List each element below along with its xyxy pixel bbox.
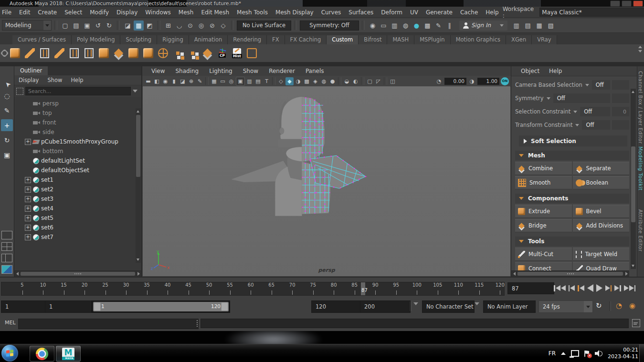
measure-tool-icon[interactable]: ✎ — [196, 77, 204, 85]
menu-item[interactable]: Mesh Tools — [233, 8, 272, 17]
range-end-handle[interactable] — [221, 302, 228, 311]
gate-mask-icon[interactable]: ▣ — [236, 77, 245, 86]
outliner-item[interactable]: + set2 — [14, 185, 141, 194]
menu-set-selector[interactable]: Modeling — [2, 20, 52, 31]
constraint-row[interactable]: Camera Based Selection Off — [515, 79, 629, 91]
shelf-scroll-arrows[interactable] — [638, 46, 642, 52]
textured-mode-icon[interactable]: ◑ — [294, 77, 302, 85]
constraint-row[interactable]: Symmetry Off — [515, 93, 629, 104]
symmetry-field[interactable]: Symmetry: Off — [300, 21, 359, 31]
extrude-button[interactable]: Extrude — [515, 205, 572, 218]
constraint-extra-field[interactable]: 0 — [612, 107, 629, 116]
expand-icon[interactable]: + — [25, 196, 31, 202]
camera-icon[interactable]: ▬ — [144, 77, 152, 85]
field-chart-icon[interactable]: ▥ — [245, 77, 253, 85]
channel-box-tab[interactable]: Channel Box / Layer Editor — [638, 71, 644, 144]
shelf-tab[interactable]: Poly Modeling — [72, 35, 121, 44]
wireframe-mode-icon[interactable]: ◇ — [277, 77, 285, 85]
layout-four-pane-icon[interactable] — [1, 242, 12, 251]
command-result-field[interactable] — [201, 319, 629, 328]
selection-highlight-icon[interactable]: ◸ — [374, 77, 382, 85]
chevron-down-icon[interactable] — [585, 84, 589, 86]
poly-cube-icon[interactable] — [8, 45, 22, 62]
section-header[interactable]: Tools — [515, 237, 629, 246]
poly-bevel-icon[interactable] — [126, 45, 141, 62]
viewport-icon[interactable] — [384, 77, 387, 85]
volume-icon[interactable] — [595, 350, 602, 357]
toggle-tool-settings-icon[interactable]: ▦ — [534, 21, 544, 31]
bridge-button[interactable]: Bridge — [515, 219, 572, 232]
viewport-icon[interactable] — [272, 77, 275, 85]
shelf-tab[interactable]: MSPlugin — [414, 35, 450, 44]
layout-hypershade-icon[interactable] — [1, 265, 12, 274]
xray-icon[interactable]: ◫ — [389, 77, 397, 85]
render-settings-icon[interactable]: ◍ — [401, 21, 411, 31]
attribute-editor-tab[interactable]: Attribute Editor — [638, 209, 644, 252]
outliner-item[interactable]: side — [14, 127, 141, 137]
layout-single-icon[interactable] — [1, 231, 12, 239]
pan-zoom-icon[interactable]: ⊕ — [187, 77, 195, 85]
scroll-down-icon[interactable] — [638, 50, 642, 52]
viewport-icon[interactable] — [205, 77, 209, 85]
toolkit-vertical-scrollbar[interactable] — [631, 89, 636, 269]
motion-blur-icon[interactable]: ◐ — [351, 77, 359, 85]
scroll-up-icon[interactable] — [137, 110, 139, 113]
outliner-item[interactable]: + set5 — [14, 213, 141, 223]
snap-point-icon[interactable]: ⊙ — [185, 21, 195, 31]
center-pivot-icon[interactable]: CP — [215, 45, 230, 62]
exposure-field[interactable]: 0.00 — [444, 78, 466, 85]
paint-effects-icon[interactable]: ✎ — [433, 21, 443, 31]
quad-layers-icon[interactable] — [111, 45, 126, 62]
cube-outline-icon[interactable] — [244, 45, 259, 62]
animation-end-field[interactable]: 200 — [360, 300, 411, 313]
exposure-icon[interactable]: ◔ — [435, 77, 443, 85]
gamma-icon[interactable]: ◑ — [468, 77, 476, 85]
toolkit-menu-item[interactable]: Object — [516, 68, 544, 74]
range-start-handle[interactable] — [94, 302, 101, 311]
safe-title-icon[interactable]: T — [263, 77, 271, 85]
menu-item[interactable]: Mesh — [175, 8, 198, 17]
expand-icon[interactable]: + — [25, 234, 31, 240]
smart-duplicate-alt-icon[interactable] — [185, 45, 200, 62]
viewport-menu-item[interactable]: Panels — [300, 68, 329, 74]
select-hierarchy-icon[interactable]: ◪ — [123, 21, 133, 31]
menu-item[interactable]: Modify — [86, 8, 113, 17]
multi-cut-button[interactable]: Multi-Cut — [515, 248, 572, 261]
undo-icon[interactable]: ↺ — [93, 21, 103, 31]
scroll-up-icon[interactable] — [638, 46, 642, 48]
shelf-tab[interactable]: VRay — [532, 35, 557, 44]
shelf-tab[interactable]: Animation — [189, 35, 228, 44]
soft-selection-header[interactable]: Soft Selection — [519, 135, 627, 146]
hidden-icons-chevron[interactable] — [561, 352, 566, 355]
expand-icon[interactable]: + — [25, 215, 31, 221]
taskbar-clock[interactable]: 00:21 2023-04-11 — [608, 347, 638, 361]
hypershade-icon[interactable]: ● — [412, 21, 422, 31]
grid-fill-icon[interactable] — [82, 45, 96, 62]
make-live-icon[interactable]: ⊘ — [207, 21, 217, 31]
outliner-menu-item[interactable]: Show — [43, 77, 66, 83]
camera-settings-icon[interactable]: ◉ — [161, 77, 169, 85]
section-header[interactable]: Components — [515, 194, 629, 203]
scroll-down-icon[interactable] — [632, 265, 634, 267]
multi-cut-icon[interactable] — [52, 45, 67, 62]
shadows-icon[interactable]: ● — [328, 77, 337, 85]
viewport-menu-item[interactable]: Shading — [170, 68, 204, 74]
menu-item[interactable]: UV — [406, 8, 422, 17]
live-surface-field[interactable]: No Live Surface — [237, 21, 291, 31]
menu-item[interactable]: Edit — [15, 8, 34, 17]
outliner-item[interactable]: persp — [14, 99, 141, 108]
chrome-taskbar-button[interactable] — [30, 346, 54, 362]
scrollbar-thumb[interactable] — [517, 272, 623, 276]
menu-item[interactable]: Windows — [141, 8, 175, 17]
ipr-render-icon[interactable]: ▥ — [390, 21, 400, 31]
snap-curve-icon[interactable]: ◡ — [174, 21, 184, 31]
new-scene-icon[interactable]: ▢ — [60, 21, 70, 31]
expand-icon[interactable]: + — [25, 139, 31, 145]
outliner-horizontal-scrollbar[interactable] — [14, 270, 141, 277]
menu-item[interactable]: Cache — [456, 8, 482, 17]
animation-start-field[interactable]: 1 — [1, 300, 47, 313]
network-icon[interactable] — [571, 350, 579, 357]
scroll-right-icon[interactable] — [623, 272, 629, 276]
toolkit-horizontal-scrollbar[interactable] — [511, 270, 629, 277]
outliner-vertical-scrollbar[interactable] — [136, 108, 141, 263]
